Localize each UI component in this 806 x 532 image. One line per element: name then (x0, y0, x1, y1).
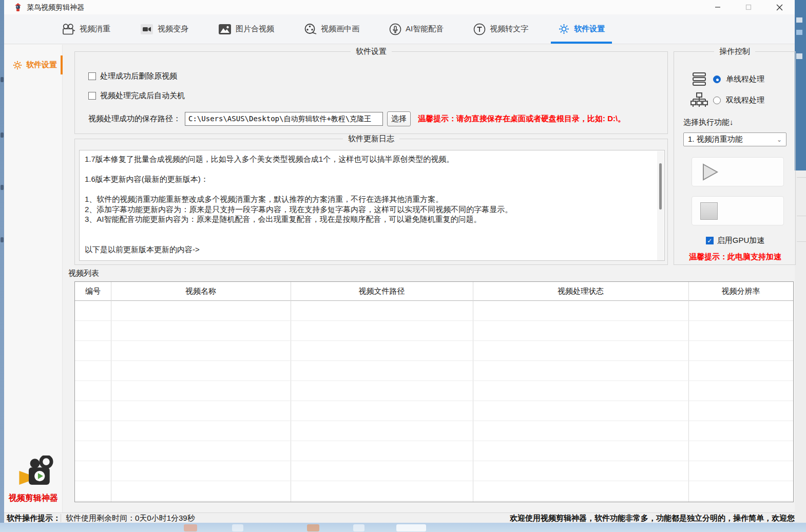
column-header-resolution: 视频分辨率 (688, 282, 793, 301)
taskbar-item (353, 524, 364, 531)
auto-shutdown-checkbox[interactable] (88, 92, 96, 100)
chevron-down-icon: ⌄ (777, 136, 782, 143)
controls-groupbox: 操作控制 单线程处理 (674, 51, 796, 265)
status-bar: 软件操作提示： 软件使用剩余时间：0天0小时1分39秒 欢迎使用视频剪辑神器，软… (4, 512, 795, 523)
tab-label: 视频转文字 (490, 24, 528, 34)
tab-settings[interactable]: 软件设置 (558, 14, 605, 44)
sidebar-logo-label: 视频剪辑神器 (4, 493, 63, 504)
minimize-button[interactable] (706, 0, 729, 14)
taskbar-item (307, 524, 319, 531)
start-button[interactable] (692, 157, 784, 186)
background-glyph-fragment (796, 53, 802, 59)
table-row (75, 381, 793, 401)
status-left-label: 软件操作提示： (7, 514, 61, 523)
close-button[interactable] (768, 0, 791, 14)
table-row (75, 401, 793, 421)
changelog-line: 3、AI智能配音功能更新内容为：原来是随机配音，会出现重复配音，现在是按顺序配音… (85, 214, 653, 224)
table-row (75, 321, 793, 341)
background-line (797, 216, 806, 216)
desktop-edge-left (0, 0, 4, 532)
stop-button[interactable] (692, 196, 784, 225)
background-line (797, 177, 806, 178)
table-row (75, 421, 793, 441)
close-icon (776, 4, 783, 11)
sidebar-active-indicator (61, 55, 63, 74)
sidebar-item-settings[interactable]: 软件设置 (4, 55, 63, 74)
tab-image-to-video[interactable]: 图片合视频 (218, 14, 274, 44)
function-select[interactable]: 1. 视频消重功能 ⌄ (683, 132, 786, 146)
movie-camera-icon (62, 23, 75, 35)
save-path-input[interactable]: C:\Users\ASUS\Desktop\自动剪辑软件+教程\克隆王 (185, 112, 383, 126)
film-reel-icon (304, 23, 317, 35)
maximize-icon (745, 4, 752, 10)
background-line (797, 241, 806, 242)
function-select-value: 1. 视频消重功能 (688, 135, 743, 144)
background-window-header (795, 0, 806, 170)
play-icon (700, 163, 720, 181)
changelog-line (85, 184, 653, 195)
single-thread-radio[interactable] (713, 75, 721, 83)
tab-video-dedup[interactable]: 视频消重 (62, 14, 110, 44)
column-header-name: 视频名称 (111, 282, 291, 301)
controls-group-title: 操作控制 (714, 47, 755, 56)
save-path-row: 视频处理成功的保存路径： C:\Users\ASUS\Desktop\自动剪辑软… (88, 111, 625, 126)
taskbar-item (232, 524, 243, 531)
tab-video-pip[interactable]: 视频画中画 (304, 14, 359, 44)
gpu-support-tip: 温馨提示：此电脑支持加速 (674, 252, 796, 262)
function-select-label: 选择执行功能↓ (683, 118, 734, 127)
status-divider (61, 514, 61, 522)
background-window-sliver (795, 0, 806, 532)
microphone-icon (389, 23, 401, 35)
gpu-checkbox[interactable]: ✓ (706, 237, 714, 244)
dual-thread-icon (690, 92, 708, 108)
taskbar-item (396, 524, 426, 531)
image-icon (218, 24, 232, 35)
tab-video-to-text[interactable]: 视频转文字 (473, 14, 528, 44)
desktop-icon-fragment (1, 132, 4, 138)
dual-thread-radio[interactable] (713, 97, 721, 104)
gpu-checkbox-label: 启用GPU加速 (717, 236, 765, 245)
camcorder-icon (140, 23, 153, 35)
changelog-line (85, 224, 653, 235)
save-path-label: 视频处理成功的保存路径： (88, 114, 181, 124)
table-row (75, 341, 793, 361)
gpu-checkbox-row[interactable]: ✓ 启用GPU加速 (674, 236, 796, 245)
dual-thread-row: 双线程处理 (690, 92, 764, 108)
tab-label: 软件设置 (574, 24, 605, 34)
changelog-line: 1、软件的视频消重功能重新整改成多个视频消重方案，默认推荐的方案消重，不行在选择… (85, 194, 653, 204)
changelog-line: 2、添加字幕功能更新内容为：原来是只支持一段字幕内容，现在支持多短字幕内容，这样… (85, 204, 653, 215)
maximize-button[interactable] (737, 0, 760, 14)
tab-label: 视频变身 (158, 24, 188, 34)
stop-icon (700, 202, 718, 220)
settings-groupbox: 软件设置 处理成功后删除原视频 视频处理完成后自动关机 视频处理成功的保存路径：… (74, 51, 668, 134)
minimize-icon (715, 4, 721, 10)
app-window: 菜鸟视频剪辑神器 视频消重 (4, 0, 795, 523)
gear-icon (12, 60, 23, 70)
tab-label: 图片合视频 (236, 24, 274, 34)
tab-label: 视频消重 (80, 24, 110, 34)
table-row (75, 481, 793, 501)
single-thread-icon (690, 71, 708, 87)
auto-shutdown-checkbox-row[interactable]: 视频处理完成后自动关机 (88, 91, 185, 101)
delete-original-checkbox[interactable] (88, 72, 96, 80)
welcome-text: 欢迎使用视频剪辑神器，软件功能非常多，功能都是独立分明的，操作简单，欢迎您使 (510, 514, 795, 523)
tab-label: 视频画中画 (321, 24, 359, 34)
text-circle-icon (473, 23, 486, 35)
titlebar: 菜鸟视频剪辑神器 (4, 0, 795, 14)
app-logo-icon (13, 3, 23, 12)
taskbar-item (184, 524, 197, 531)
settings-group-title: 软件设置 (351, 47, 392, 56)
changelog-textarea[interactable]: 1.7版本修复了批量合成视频的问题，比如导入多个美女类型视频合成1个，这样也可以… (79, 150, 665, 261)
choose-path-button[interactable]: 选择 (387, 111, 411, 126)
scrollbar-thumb[interactable] (659, 163, 662, 210)
table-row (75, 301, 793, 321)
changelog-scrollbar[interactable] (657, 151, 664, 261)
changelog-line: 以下是以前更新版本更新的内容-> (85, 244, 653, 255)
nav-tabbar: 视频消重 视频变身 图片合视频 (4, 14, 795, 44)
table-row (75, 461, 793, 481)
tab-ai-dubbing[interactable]: AI智能配音 (389, 14, 444, 44)
delete-original-checkbox-row[interactable]: 处理成功后删除原视频 (88, 71, 177, 81)
dual-thread-label: 双线程处理 (726, 96, 764, 105)
remaining-time-text: 软件使用剩余时间：0天0小时1分39秒 (66, 514, 195, 523)
tab-video-transform[interactable]: 视频变身 (140, 14, 188, 44)
